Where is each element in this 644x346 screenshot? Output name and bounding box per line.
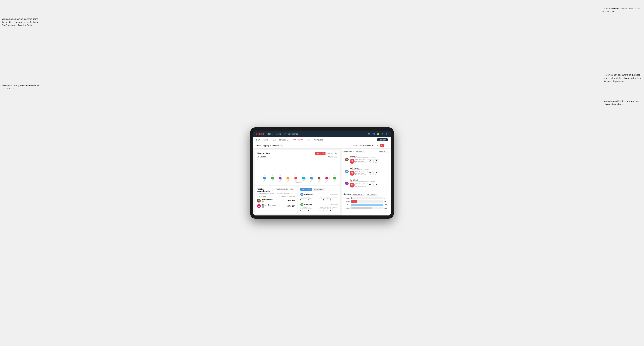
- heart-view-icon[interactable]: ♥: [380, 144, 384, 147]
- par-player-name-2: Rees Britt: [304, 204, 312, 205]
- bar-group-5: 4: [300, 174, 307, 176]
- bar-group-4: 5: [292, 174, 299, 176]
- avatar-group-9: LRL. Robertson: [331, 177, 338, 181]
- y-label-15: 15: [257, 159, 258, 160]
- bell-icon[interactable]: 🔔: [377, 133, 380, 135]
- edit-icon[interactable]: ✏️: [280, 145, 282, 147]
- lb-player-name-1: Richard Butler: [262, 199, 273, 200]
- annotation-top-right: Choose the timescale you wish to see the…: [602, 7, 640, 13]
- par-rounds-label-1: Total Rounds: [300, 196, 319, 198]
- chart-section-title: On Course: [257, 156, 266, 158]
- par-activities-label-1: Total Practice Activities: [320, 196, 338, 198]
- tab-hcaps[interactable]: Hcaps 1-5: [279, 139, 288, 141]
- scoring-bar-wrap-pars: [351, 204, 384, 206]
- right-panel: Best Shots All Shots ▾ All Players ▾ MM …: [342, 149, 390, 215]
- lb-dropdown[interactable]: PUTT Must Make Putting ... ▾: [276, 188, 295, 192]
- shot-badge-2: 200SG: [350, 171, 354, 176]
- par-activities-row-1: GTT 0 APP 0 ARG: [320, 198, 338, 201]
- shot-card-2[interactable]: BM Blair McHarg 23 Jul 2023 · Ashridge G…: [344, 166, 389, 177]
- shot-chevron-1[interactable]: ›: [386, 158, 387, 161]
- scoring-header: Scoring Par 3, 4 & 5s ▾ All Players ▾: [344, 193, 389, 195]
- scoring-label-bogeys: Bogeys: [344, 207, 350, 209]
- annotation-right-mid: Here you can see who's hit the best shot…: [604, 73, 642, 83]
- annotation-left-top: You can select which player is doing the…: [2, 17, 40, 27]
- most-active-tab[interactable]: Most Active: [300, 188, 312, 191]
- tab-pgat-players[interactable]: PGAT Players: [256, 139, 268, 141]
- main-content: Player Activity On Course Practice Drill…: [254, 149, 390, 215]
- search-icon[interactable]: 🔍: [368, 133, 370, 135]
- show-label: Show:: [352, 145, 358, 147]
- scoring-players-filter[interactable]: All Players ▾: [366, 193, 378, 195]
- lb-header: Practice Leaderboards PUTT Must Make Put…: [257, 188, 295, 192]
- user-circle-icon[interactable]: 👤: [385, 133, 388, 135]
- list-view-icon[interactable]: ≡: [384, 144, 388, 147]
- bottom-panels: Practice Leaderboards PUTT Must Make Put…: [255, 186, 340, 214]
- bar-group-1: 12: [269, 174, 276, 176]
- nav-my-performance[interactable]: My Performance: [284, 133, 298, 135]
- bar-group-7: 3: [316, 174, 322, 176]
- scoring-label-eagles: Eagles: [344, 197, 350, 199]
- par-date-1: 26 Aug 2023: [330, 194, 338, 195]
- show-dropdown-icon[interactable]: ▾: [372, 145, 373, 147]
- shot-chevron-3[interactable]: ›: [386, 182, 387, 184]
- scoring-bar-wrap-bogeys: [351, 207, 384, 209]
- toggle-buttons: On Course Practice Drills: [315, 152, 338, 155]
- bar-chart-inner: 15 10 5 0 1312109543322: [257, 159, 338, 176]
- nav-teams[interactable]: Teams: [276, 133, 281, 135]
- avatar-group-5: GBG. Billingham: [300, 177, 307, 181]
- best-shots-panel: Best Shots All Shots ▾ All Players ▾ MM …: [342, 149, 390, 191]
- y-label-0: 0: [258, 175, 258, 176]
- avatar-group-1: RBR. Britt: [269, 177, 276, 181]
- shot-avatar-2: BM: [345, 170, 348, 173]
- view-icons: ⊞ ♥ ≡: [376, 144, 388, 147]
- plus-circle-icon[interactable]: ⊕: [381, 133, 383, 135]
- shot-info-1: Matt Miller 09 Jun 2023 · Royal North De…: [350, 155, 386, 164]
- chart-dropdown[interactable]: Total Rounds ▾: [328, 156, 338, 158]
- bar-value-9: 2: [334, 174, 335, 176]
- shot-card-3[interactable]: DF David Ford 24 Aug 2023 · Royal North …: [344, 178, 389, 189]
- shot-player-name-2: Blair McHarg: [350, 167, 386, 169]
- scoring-row-eagles: Eagles 3: [344, 197, 389, 199]
- bar-line-6: [310, 176, 313, 176]
- all-shots-filter[interactable]: All Shots ▾: [355, 150, 365, 153]
- par-rounds-label-2: Total Rounds: [300, 207, 319, 208]
- bar-chart: 15 10 5 0 1312109543322 BMB. McHargRBR. …: [257, 159, 338, 183]
- bar-value-0: 13: [264, 174, 265, 176]
- bar-line-5: [302, 176, 306, 176]
- practice-leaderboard-card: Practice Leaderboards PUTT Must Make Put…: [255, 186, 297, 214]
- add-team-button[interactable]: Add Team: [377, 138, 388, 141]
- scoring-row-bogeys: Bogeys 315: [344, 207, 389, 209]
- players-row: BMB. McHargRBR. BrittDFD. FordJCJ. Coles…: [257, 177, 338, 181]
- scoring-value-bogeys: 315: [384, 207, 389, 209]
- tab-pga[interactable]: PGA: [272, 139, 276, 141]
- scoring-value-eagles: 3: [384, 197, 389, 199]
- bar-group-8: 2: [323, 174, 330, 176]
- scoring-par-filter[interactable]: Par 3, 4 & 5s ▾: [352, 193, 365, 195]
- all-players-filter[interactable]: All Players ▾: [378, 150, 389, 153]
- people-icon[interactable]: 👥: [372, 133, 375, 135]
- tab-tour[interactable]: Tour: [306, 139, 310, 141]
- on-course-toggle[interactable]: On Course: [315, 152, 326, 155]
- tab-team-clippd[interactable]: Team Clippd: [292, 139, 303, 141]
- bar-value-1: 12: [272, 174, 273, 176]
- nav-home[interactable]: Home: [268, 133, 272, 135]
- scoring-panel: Scoring Par 3, 4 & 5s ▾ All Players ▾ Ea…: [342, 191, 390, 215]
- grid-view-icon[interactable]: ⊞: [376, 144, 380, 147]
- shot-chevron-2[interactable]: ›: [386, 170, 387, 173]
- col-pb-score: PB SCORE: [279, 195, 286, 197]
- annotation-right-bottom: You can also filter to show just one pla…: [604, 100, 642, 106]
- navbar: clippd Home Teams My Performance 🔍 👥 🔔 ⊕…: [254, 131, 390, 137]
- navbar-links: Home Teams My Performance: [268, 133, 364, 135]
- navbar-logo: clippd: [256, 133, 264, 135]
- bar-group-9: 2: [331, 174, 338, 176]
- lb-rank-badge-2: 2: [262, 206, 264, 208]
- shot-card-1[interactable]: MM Matt Miller 09 Jun 2023 · Royal North…: [344, 154, 389, 165]
- least-active-tab[interactable]: Least Active: [312, 188, 324, 191]
- avatar-group-0: BMB. McHarg: [261, 177, 268, 181]
- practice-drills-toggle[interactable]: Practice Drills: [326, 152, 338, 155]
- lb-avg-2: 107: [292, 205, 295, 207]
- show-value[interactable]: Last 3 months: [359, 145, 371, 147]
- shot-stat-box-1b: 0 yds: [374, 159, 379, 163]
- tab-all-players[interactable]: All Players: [314, 139, 323, 141]
- par-practice-activities-1: Total Practice Activities GTT 0 APP: [320, 196, 338, 201]
